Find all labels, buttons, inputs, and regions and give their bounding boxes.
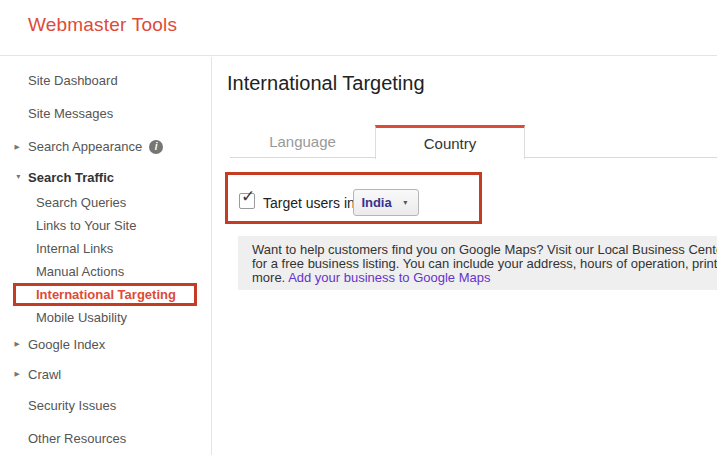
- sidebar-item-label: Site Messages: [28, 106, 113, 121]
- app-header: Webmaster Tools: [0, 0, 717, 56]
- info-icon[interactable]: i: [149, 140, 163, 154]
- country-dropdown[interactable]: India ▼: [353, 189, 419, 216]
- sidebar-item-security-issues[interactable]: Security Issues: [0, 389, 211, 422]
- sidebar-item-internal-links[interactable]: Internal Links: [0, 237, 211, 260]
- sidebar-item-search-appearance[interactable]: ▶ Search Appearance i: [0, 130, 211, 163]
- tab-label: Language: [269, 133, 336, 150]
- sidebar-item-mobile-usability[interactable]: Mobile Usability: [0, 306, 211, 329]
- add-business-link[interactable]: Add your business to Google Maps: [288, 270, 490, 285]
- sidebar-item-label: Internal Links: [36, 241, 113, 256]
- sidebar-item-links-to-your-site[interactable]: Links to Your Site: [0, 214, 211, 237]
- page-title: International Targeting: [227, 72, 425, 95]
- sidebar-item-site-messages[interactable]: Site Messages: [0, 97, 211, 130]
- sidebar-item-international-targeting[interactable]: International Targeting: [0, 283, 211, 306]
- tab-language[interactable]: Language: [230, 125, 375, 157]
- sidebar-item-search-queries[interactable]: Search Queries: [0, 191, 211, 214]
- chevron-down-icon: ▼: [402, 199, 409, 206]
- sidebar-item-label: Manual Actions: [36, 264, 124, 279]
- sidebar-item-label: Google Index: [28, 337, 105, 352]
- target-users-checkbox[interactable]: ✓: [239, 193, 255, 209]
- sidebar-item-label: Site Dashboard: [28, 73, 118, 88]
- google-maps-info-box: Want to help customers find you on Googl…: [238, 236, 717, 290]
- sidebar-item-other-resources[interactable]: Other Resources: [0, 422, 211, 455]
- country-dropdown-value: India: [361, 195, 391, 210]
- sidebar-item-label: Search Appearance: [28, 139, 142, 154]
- target-users-label: Target users in:: [263, 195, 359, 211]
- sidebar-item-label: Security Issues: [28, 398, 116, 413]
- chevron-right-icon[interactable]: ▶: [15, 371, 20, 378]
- sidebar-item-label: Mobile Usability: [36, 310, 127, 325]
- sidebar-nav: Site Dashboard Site Messages ▶ Search Ap…: [0, 57, 212, 455]
- sidebar-item-site-dashboard[interactable]: Site Dashboard: [0, 64, 211, 97]
- sidebar-item-label: Links to Your Site: [36, 218, 136, 233]
- tab-label: Country: [424, 135, 477, 152]
- sidebar-item-manual-actions[interactable]: Manual Actions: [0, 260, 211, 283]
- tab-country[interactable]: Country: [375, 125, 525, 159]
- sidebar-item-crawl[interactable]: ▶ Crawl: [0, 359, 211, 389]
- checkmark-icon: ✓: [241, 188, 255, 205]
- sidebar-item-label: Search Queries: [36, 195, 126, 210]
- app-title[interactable]: Webmaster Tools: [28, 14, 177, 36]
- sidebar-item-label: Search Traffic: [28, 170, 114, 185]
- tab-bar: Language Country: [230, 125, 717, 158]
- sidebar-item-search-traffic[interactable]: ▼ Search Traffic: [0, 163, 211, 191]
- chevron-right-icon[interactable]: ▶: [15, 143, 20, 150]
- info-text-prefix: more.: [252, 270, 288, 285]
- sidebar-item-label: Other Resources: [28, 431, 126, 446]
- chevron-right-icon[interactable]: ▶: [15, 341, 20, 348]
- sidebar-item-label: International Targeting: [36, 287, 176, 302]
- info-text-line: Want to help customers find you on Googl…: [252, 243, 717, 257]
- sidebar-item-label: Crawl: [28, 367, 61, 382]
- info-text-line: for a free business listing. You can inc…: [252, 257, 717, 271]
- info-text-line: more. Add your business to Google Maps: [252, 271, 717, 285]
- sidebar-item-google-index[interactable]: ▶ Google Index: [0, 329, 211, 359]
- chevron-down-icon[interactable]: ▼: [15, 174, 22, 181]
